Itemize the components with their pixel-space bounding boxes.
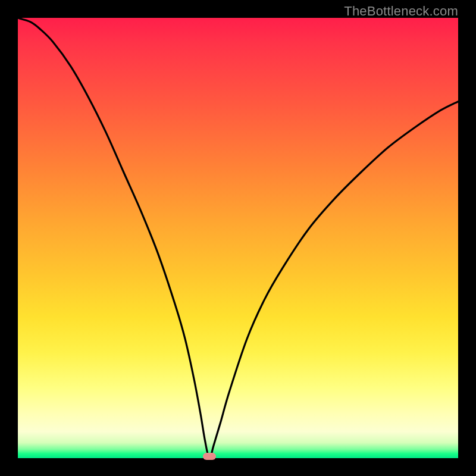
plot-area (18, 18, 458, 458)
bottleneck-curve (18, 18, 458, 458)
curve-path (18, 18, 458, 458)
chart-frame: TheBottleneck.com (0, 0, 476, 476)
optimum-marker (203, 453, 216, 460)
watermark-text: TheBottleneck.com (344, 4, 458, 19)
